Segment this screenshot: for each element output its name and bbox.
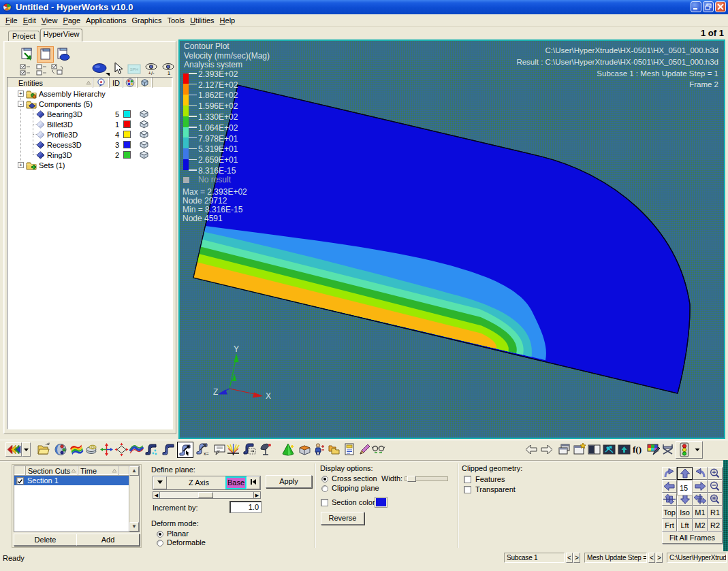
menu-applications[interactable]: Applications <box>83 15 129 26</box>
tab-hyperview[interactable]: HyperView <box>40 29 82 42</box>
graphics-area[interactable]: Y X Z Contour Plot Velocity (mm/sec)(Mag… <box>178 39 725 439</box>
reader-button[interactable] <box>371 442 385 457</box>
axis-value[interactable]: Z Axis <box>189 478 209 487</box>
entity-attributes-button[interactable] <box>313 442 327 457</box>
animation-dropdown-icon[interactable] <box>693 442 701 458</box>
deformable-radio[interactable] <box>157 540 163 546</box>
view-front-button[interactable]: Frt <box>662 519 677 532</box>
menu-graphics[interactable]: Graphics <box>129 15 164 26</box>
color-swatch[interactable] <box>123 151 131 159</box>
column-id[interactable]: ID <box>110 78 123 88</box>
tree-uncheck-button[interactable] <box>35 63 49 76</box>
expand-model-button[interactable] <box>114 442 129 457</box>
menu-help[interactable]: Help <box>217 15 238 26</box>
page-layout-button[interactable] <box>557 442 571 457</box>
view-r2-button[interactable]: R2 <box>708 519 723 532</box>
tab-project[interactable]: Project <box>8 31 39 42</box>
color-swatch[interactable] <box>123 141 131 148</box>
width-slider-thumb[interactable] <box>407 476 416 482</box>
image-capture-button[interactable] <box>646 442 661 457</box>
color-swatch[interactable] <box>123 120 131 128</box>
view-top-button[interactable]: Top <box>662 506 677 519</box>
path-field[interactable]: C:\User\HyperXtrude' <box>667 553 727 563</box>
color-swatch[interactable] <box>123 110 131 118</box>
column-mesh[interactable] <box>138 78 153 88</box>
subcase-next-button[interactable]: > <box>573 553 580 563</box>
increment-field[interactable]: 1.0 <box>230 501 262 513</box>
expand-window-button[interactable] <box>617 442 631 457</box>
tree-label[interactable]: Recess3D <box>47 141 82 149</box>
menu-view[interactable]: View <box>39 15 61 26</box>
section-checkbox[interactable] <box>16 477 24 485</box>
slider-left-arrow[interactable]: ◀ <box>153 492 160 498</box>
collapse-icon[interactable]: - <box>18 101 24 107</box>
plane-position-slider[interactable]: ◀ ▶ <box>153 491 261 499</box>
isolate-button[interactable]: 1 <box>161 62 175 76</box>
mesh-cube-icon[interactable] <box>140 110 148 118</box>
to-start-button[interactable] <box>247 476 260 489</box>
exploded-view-button[interactable] <box>242 442 257 457</box>
transparent-checkbox[interactable] <box>464 486 471 493</box>
section-row[interactable]: Section 1 <box>14 476 129 485</box>
client-selector-dropdown[interactable] <box>22 442 31 457</box>
menu-page[interactable]: Page <box>60 15 83 26</box>
split-window-button[interactable] <box>587 442 601 457</box>
client-selector-button[interactable] <box>5 442 22 457</box>
menu-file[interactable]: File <box>3 15 20 26</box>
tree-label[interactable]: Billet3D <box>47 120 73 129</box>
base-button[interactable]: Base <box>225 476 247 489</box>
cross-section-radio[interactable] <box>321 476 328 483</box>
model-colors-button[interactable] <box>54 442 68 457</box>
column-section-cuts[interactable]: Section Cuts <box>26 466 78 476</box>
tree-label[interactable]: Components (5) <box>39 100 93 108</box>
mesh-cube-icon[interactable] <box>140 120 148 129</box>
tracking-system-button[interactable] <box>259 442 273 457</box>
mesh-cube-icon[interactable] <box>140 150 148 159</box>
tree-row-components[interactable]: - Components (5) <box>7 99 172 109</box>
tree-label[interactable]: Profile3D <box>47 131 78 139</box>
fit-all-frames-button[interactable]: Fit All Frames <box>662 532 723 544</box>
notes-button[interactable] <box>212 442 227 457</box>
animation-controls-button[interactable] <box>676 441 703 459</box>
step-next-button[interactable]: > <box>656 553 663 563</box>
add-object-button[interactable] <box>281 442 296 457</box>
rotate-cw-button[interactable] <box>662 467 677 480</box>
expand-icon[interactable]: + <box>18 162 24 168</box>
axis-dropdown-button[interactable] <box>153 476 167 489</box>
swap-window-button[interactable] <box>602 442 616 457</box>
section-cut-button[interactable] <box>226 442 240 457</box>
view-iso-button[interactable]: Iso <box>677 506 693 519</box>
pan-left-button[interactable] <box>662 480 677 493</box>
tree-label[interactable]: Ring3D <box>47 151 72 159</box>
tree-row-component[interactable]: Profile3D 4 <box>7 129 172 140</box>
add-page-button[interactable] <box>572 442 586 457</box>
view-r1-button[interactable]: R1 <box>708 506 723 519</box>
idle-mode-button[interactable] <box>91 62 110 76</box>
rotate-angle-field[interactable]: 15 <box>677 480 693 495</box>
sph-mode-button[interactable]: SPH <box>127 63 141 75</box>
close-button[interactable] <box>715 1 726 12</box>
view-m2-button[interactable]: M2 <box>693 519 708 532</box>
list-scrollbar[interactable]: ▲ ▼ <box>129 466 139 532</box>
expand-icon[interactable]: + <box>18 91 24 97</box>
tree-label[interactable]: Sets (1) <box>39 161 65 169</box>
mesh-cube-icon[interactable] <box>140 130 148 139</box>
column-entities[interactable]: Entities <box>7 78 93 88</box>
tree-label[interactable]: Bearing3D <box>47 110 82 118</box>
section-color-swatch[interactable] <box>375 497 387 507</box>
next-page-button[interactable] <box>539 442 554 457</box>
section-color-checkbox[interactable] <box>321 499 328 506</box>
step-field[interactable]: Mesh Update Step = <box>584 553 647 563</box>
tree-row-component[interactable]: Bearing3D 5 <box>7 109 172 119</box>
zoom-in-button[interactable] <box>708 467 723 480</box>
tree-row-component[interactable]: Billet3D 1 <box>7 119 172 129</box>
annotate-button[interactable] <box>358 442 372 457</box>
iso-surface-button[interactable] <box>161 442 176 457</box>
mesh-cube-icon[interactable] <box>140 140 148 149</box>
color-swatch[interactable] <box>123 131 131 138</box>
tree-label[interactable]: Assembly Hierarchy <box>39 90 106 98</box>
panel-grab-bar[interactable] <box>723 460 728 551</box>
previous-page-button[interactable] <box>524 442 539 457</box>
scroll-down-button[interactable]: ▼ <box>129 522 139 532</box>
menu-utilities[interactable]: Utilities <box>187 15 217 26</box>
